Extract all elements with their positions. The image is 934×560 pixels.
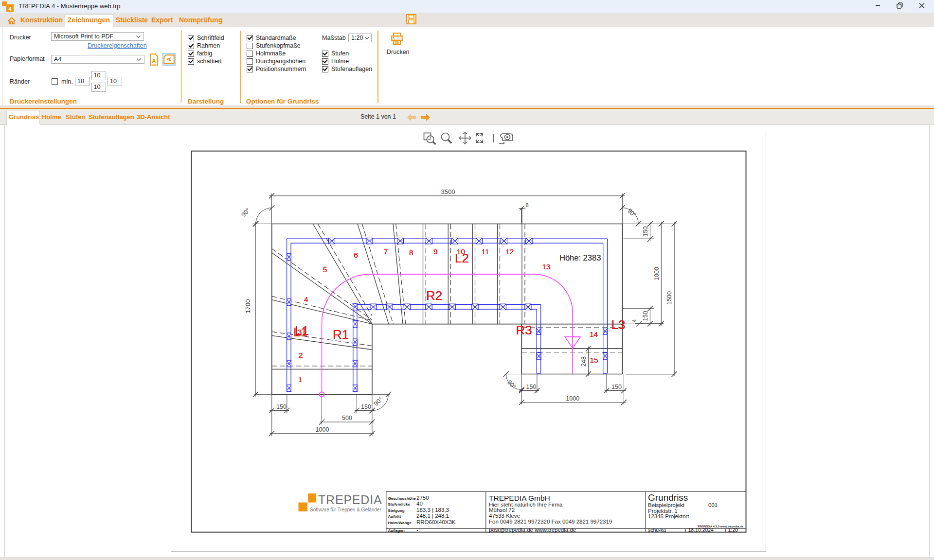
svg-text:1000: 1000 xyxy=(653,267,660,280)
svg-text:9: 9 xyxy=(433,247,438,256)
svg-text:Mühsol 72: Mühsol 72 xyxy=(489,507,515,513)
svg-text:Software für Treppen & Gelände: Software für Treppen & Geländer xyxy=(310,507,381,512)
svg-text:13: 13 xyxy=(542,262,550,271)
svg-text:150: 150 xyxy=(526,384,537,390)
svg-text:18.10.2024: 18.10.2024 xyxy=(688,527,714,533)
svg-text:L3: L3 xyxy=(611,317,626,332)
svg-text:Grundriss: Grundriss xyxy=(648,492,688,503)
svg-text:A: A xyxy=(166,57,172,61)
svg-text:Höhe: 2383: Höhe: 2383 xyxy=(559,253,601,262)
svg-text:12: 12 xyxy=(505,247,514,256)
svg-text:15: 15 xyxy=(590,356,598,364)
svg-text:Stufendicke: Stufendicke xyxy=(388,502,411,507)
svg-text:248: 248 xyxy=(580,356,587,367)
svg-text:A: A xyxy=(152,58,156,64)
svg-text:R3: R3 xyxy=(516,323,532,337)
svg-text:Auftritt: Auftritt xyxy=(388,514,401,519)
svg-text:4: 4 xyxy=(9,6,12,12)
svg-text:Holm/Wange: Holm/Wange xyxy=(388,521,412,525)
svg-text:40: 40 xyxy=(416,501,423,507)
svg-text:R2: R2 xyxy=(426,288,442,303)
svg-text:3500: 3500 xyxy=(441,188,455,195)
svg-text:8: 8 xyxy=(409,248,413,257)
svg-text:001: 001 xyxy=(708,502,718,508)
svg-text:Projektstr. 1: Projektstr. 1 xyxy=(648,508,678,514)
svg-text:R1: R1 xyxy=(333,327,349,342)
svg-text:TREPEDIA: TREPEDIA xyxy=(318,493,382,507)
svg-text:Hier steht natürlich Ihre Firm: Hier steht natürlich Ihre Firma xyxy=(489,502,563,508)
svg-text:post@trepedia.de www.trepedia: post@trepedia.de www.trepedia.de xyxy=(489,527,576,533)
svg-text:Fon 0049 2821 9972320 Fax 004: Fon 0049 2821 9972320 Fax 0049 2821 9972… xyxy=(489,519,612,525)
svg-text:248,1 | 248,1: 248,1 | 248,1 xyxy=(416,513,449,519)
svg-text:Steigung: Steigung xyxy=(388,508,405,513)
svg-text:1700: 1700 xyxy=(244,299,251,314)
svg-text:6: 6 xyxy=(354,251,358,259)
svg-text:7: 7 xyxy=(384,247,388,256)
svg-text:schu-ka: schu-ka xyxy=(648,527,666,533)
svg-text:Beispielprojekt: Beispielprojekt xyxy=(648,502,685,508)
svg-text:14: 14 xyxy=(590,330,598,338)
svg-text:150: 150 xyxy=(642,227,649,237)
svg-text:11: 11 xyxy=(481,247,489,256)
svg-text:Auflagen: Auflagen xyxy=(388,528,405,533)
svg-text:L2: L2 xyxy=(455,251,469,265)
svg-text:150: 150 xyxy=(276,403,287,410)
svg-text:150: 150 xyxy=(361,403,371,410)
svg-text:47533 Kleve: 47533 Kleve xyxy=(489,513,520,519)
svg-text:1:20: 1:20 xyxy=(728,527,738,533)
svg-text:1: 1 xyxy=(298,375,303,384)
svg-text:4: 4 xyxy=(631,319,637,322)
svg-text:L1: L1 xyxy=(293,325,307,339)
svg-text:1500: 1500 xyxy=(666,291,673,305)
svg-text:TREPEDIA GmbH: TREPEDIA GmbH xyxy=(489,494,550,502)
svg-text:1000: 1000 xyxy=(566,395,579,402)
svg-text:150: 150 xyxy=(611,384,622,390)
svg-text:183,3 | 183,3: 183,3 | 183,3 xyxy=(416,507,449,513)
svg-text:5: 5 xyxy=(323,265,327,274)
svg-text:8: 8 xyxy=(526,202,529,208)
svg-text:-: - xyxy=(416,527,418,533)
svg-text:RRO60X40X3K: RRO60X40X3K xyxy=(416,519,456,525)
svg-text:12345 Projektort: 12345 Projektort xyxy=(648,513,689,519)
svg-text:1000: 1000 xyxy=(316,426,329,433)
svg-text:2750: 2750 xyxy=(416,495,429,501)
svg-text:500: 500 xyxy=(342,415,352,421)
svg-text:4: 4 xyxy=(304,295,308,303)
svg-text:150: 150 xyxy=(642,311,649,321)
svg-text:Geschosshöhe: Geschosshöhe xyxy=(388,496,416,501)
svg-text:2: 2 xyxy=(299,351,303,359)
